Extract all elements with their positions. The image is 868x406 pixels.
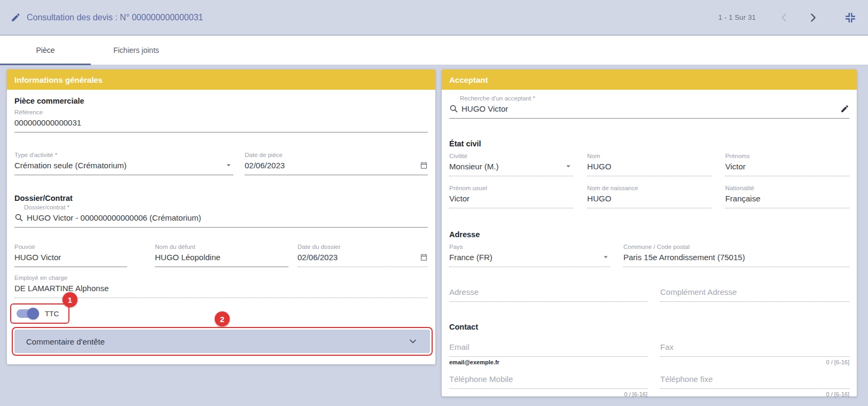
next-record-button[interactable] — [806, 11, 820, 25]
fax-placeholder: Fax — [660, 342, 674, 352]
page-title: Consultation des devis : N° 000000000000… — [27, 13, 203, 22]
chevron-down-icon — [408, 336, 418, 347]
commune-value: Paris 15e Arrondissement (75015) — [623, 253, 745, 262]
annotation-badge-1: 1 — [62, 292, 77, 307]
prenoms-field[interactable]: Prénoms Victor — [725, 153, 849, 176]
pouvoir-label: Pouvoir — [14, 244, 127, 251]
caret-down-icon — [564, 161, 573, 171]
date-piece-label: Date de pièce — [245, 152, 428, 159]
date-dossier-label: Date du dossier — [298, 244, 428, 251]
fax-counter: 0 / [6-16] — [826, 359, 849, 365]
toggle-knob — [27, 308, 39, 319]
pouvoir-value: HUGO Victor — [14, 253, 61, 262]
type-activite-label: Type d'activité * — [14, 152, 233, 159]
nom-defunt-label: Nom du défunt — [155, 244, 288, 251]
adresse-placeholder: Adresse — [449, 287, 479, 296]
comment-header-expander[interactable]: Commentaire d'entête — [14, 330, 430, 353]
annotation-badge-2: 2 — [215, 311, 230, 326]
date-dossier-value: 02/06/2023 — [298, 253, 338, 262]
general-info-panel: Informations générales Pièce commerciale… — [7, 69, 435, 364]
dossier-contrat-value: HUGO Victor - 000000000000006 (Crématori… — [27, 213, 201, 222]
fax-field[interactable]: Fax — [660, 341, 849, 357]
section-contact: Contact — [449, 322, 849, 332]
pouvoir-field[interactable]: Pouvoir HUGO Victor — [14, 244, 127, 267]
panel-header: Acceptant — [442, 69, 857, 90]
telephone-fixe-field[interactable]: Téléphone fixe — [660, 373, 849, 389]
email-field[interactable]: Email — [449, 341, 647, 357]
comment-annotation-outline: Commentaire d'entête — [12, 327, 433, 356]
tab-piece[interactable]: Pièce — [0, 36, 91, 65]
prenom-usuel-label: Prénom usuel — [449, 185, 573, 192]
topbar: Consultation des devis : N° 000000000000… — [0, 0, 868, 35]
prenom-usuel-field[interactable]: Prénom usuel Victor — [449, 185, 573, 208]
pays-label: Pays — [449, 244, 611, 251]
ttc-label: TTC — [45, 310, 59, 318]
type-activite-select[interactable]: Type d'activité * Crémation seule (Créma… — [14, 152, 233, 175]
nom-naissance-label: Nom de naissance — [587, 185, 711, 192]
telephone-mobile-field[interactable]: Téléphone Mobile — [449, 373, 647, 389]
search-icon — [14, 213, 24, 222]
civilite-select[interactable]: Civilité Monsieur (M.) — [449, 153, 573, 176]
date-dossier-field[interactable]: Date du dossier 02/06/2023 — [298, 244, 428, 267]
telephone-mobile-counter: 0 / [6-16] — [624, 391, 647, 397]
ttc-toggle[interactable] — [17, 309, 38, 318]
tab-bar: Pièce Fichiers joints — [0, 36, 868, 65]
commune-field[interactable]: Commune / Code postal Paris 15e Arrondis… — [623, 244, 849, 267]
telephone-fixe-placeholder: Téléphone fixe — [660, 374, 713, 384]
section-etat-civil: État civil — [449, 139, 849, 149]
panel-body: Recherche d'un acceptant * HUGO Victor É… — [442, 95, 857, 398]
nom-naissance-value: HUGO — [587, 194, 611, 203]
nationalite-value: Française — [725, 194, 761, 203]
email-hint: email@exemple.fr — [449, 359, 499, 365]
reference-field[interactable]: Référence 000000000000031 — [14, 109, 428, 132]
adresse-field[interactable]: Adresse — [449, 285, 647, 302]
nom-field[interactable]: Nom HUGO — [587, 153, 711, 176]
calendar-icon[interactable] — [420, 161, 428, 169]
search-icon — [449, 104, 458, 113]
date-piece-field[interactable]: Date de pièce 02/06/2023 — [245, 152, 428, 175]
acceptant-search-field[interactable]: Recherche d'un acceptant * HUGO Victor — [449, 95, 849, 119]
pays-value: France (FR) — [449, 253, 492, 262]
telephone-fixe-counter: 0 / [6-16] — [826, 391, 849, 397]
prenom-usuel-value: Victor — [449, 194, 470, 203]
acceptant-panel: Acceptant Recherche d'un acceptant * HUG… — [442, 69, 857, 396]
email-placeholder: Email — [449, 342, 470, 352]
caret-down-icon — [224, 160, 233, 170]
chevron-left-icon — [778, 12, 790, 24]
calendar-icon[interactable] — [420, 253, 428, 261]
complement-adresse-field[interactable]: Complément Adresse — [660, 285, 849, 302]
topbar-actions: 1 - 1 Sur 31 — [718, 11, 857, 25]
collapse-view-button[interactable] — [843, 11, 857, 25]
civilite-label: Civilité — [449, 153, 573, 160]
dossier-contrat-label: Dossier/contrat * — [14, 204, 428, 211]
section-piece-commerciale: Pièce commerciale — [14, 96, 428, 106]
section-adresse: Adresse — [449, 230, 849, 239]
commune-label: Commune / Code postal — [623, 244, 849, 251]
pays-select[interactable]: Pays France (FR) — [449, 244, 611, 267]
civilite-value: Monsieur (M.) — [449, 162, 499, 171]
tab-label: Pièce — [36, 46, 54, 54]
acceptant-search-label: Recherche d'un acceptant * — [449, 95, 849, 102]
employe-value: DE LAMARTINE Alphonse — [14, 284, 108, 293]
prev-record-button[interactable] — [777, 11, 791, 25]
nom-defunt-value: HUGO Léopoldine — [155, 253, 221, 262]
pencil-icon[interactable] — [840, 104, 849, 113]
employe-label: Employé en charge — [14, 275, 428, 282]
telephone-mobile-placeholder: Téléphone Mobile — [449, 374, 513, 384]
pencil-icon — [11, 12, 21, 22]
dossier-contrat-search[interactable]: Dossier/contrat * HUGO Victor - 00000000… — [14, 204, 428, 228]
pagination-label: 1 - 1 Sur 31 — [718, 13, 756, 21]
tab-fichiers-joints[interactable]: Fichiers joints — [91, 36, 182, 65]
nom-naissance-field[interactable]: Nom de naissance HUGO — [587, 185, 711, 208]
acceptant-search-value: HUGO Victor — [462, 104, 508, 113]
date-piece-value: 02/06/2023 — [245, 161, 285, 170]
employe-field[interactable]: Employé en charge DE LAMARTINE Alphonse — [14, 275, 428, 298]
tab-label: Fichiers joints — [113, 46, 159, 54]
reference-label: Référence — [14, 109, 428, 116]
nationalite-field[interactable]: Nationalité Française — [725, 185, 849, 208]
type-activite-value: Crémation seule (Crématorium) — [14, 161, 127, 170]
nom-defunt-field[interactable]: Nom du défunt HUGO Léopoldine — [155, 244, 288, 267]
nom-label: Nom — [587, 153, 711, 160]
prenoms-label: Prénoms — [725, 153, 849, 160]
prenoms-value: Victor — [725, 162, 746, 171]
